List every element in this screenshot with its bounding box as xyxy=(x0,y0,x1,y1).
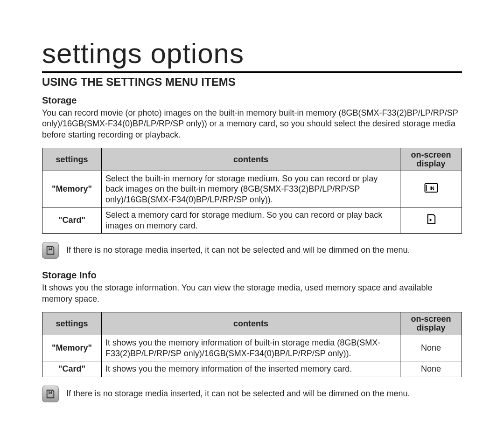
section-heading: USING THE SETTINGS MENU ITEMS xyxy=(42,71,462,89)
page-title: settings options xyxy=(42,37,462,69)
memory-in-icon: IN xyxy=(424,186,438,196)
storage-table: settings contents on-screen display "Mem… xyxy=(42,148,462,234)
setting-contents: It shows you the memory information of t… xyxy=(102,361,400,377)
storage-info-note: If there is no storage media inserted, i… xyxy=(42,386,462,402)
setting-contents: Select the built-in memory for storage m… xyxy=(102,171,400,207)
note-icon xyxy=(42,386,59,402)
setting-name: "Memory" xyxy=(42,171,102,207)
th-contents: contents xyxy=(102,312,400,335)
setting-contents: Select a memory card for storage medium.… xyxy=(102,207,400,234)
osd-cell xyxy=(400,207,462,234)
table-row: "Card" It shows you the memory informati… xyxy=(42,361,462,377)
storage-info-heading: Storage Info xyxy=(42,270,462,281)
svg-text:IN: IN xyxy=(429,186,434,191)
note-text: If there is no storage media inserted, i… xyxy=(66,242,410,255)
th-settings: settings xyxy=(42,312,102,335)
th-settings: settings xyxy=(42,148,102,171)
th-osd: on-screen display xyxy=(400,312,462,335)
table-row: "Memory" Select the built-in memory for … xyxy=(42,171,462,207)
setting-name: "Memory" xyxy=(42,335,102,361)
storage-heading: Storage xyxy=(42,95,462,106)
osd-text: None xyxy=(400,361,462,377)
storage-description: You can record movie (or photo) images o… xyxy=(42,108,462,140)
osd-cell: IN xyxy=(400,171,462,207)
table-row: "Card" Select a memory card for storage … xyxy=(42,207,462,234)
storage-note: If there is no storage media inserted, i… xyxy=(42,242,462,259)
setting-contents: It shows you the memory information of b… xyxy=(102,335,400,361)
th-osd: on-screen display xyxy=(400,148,462,171)
setting-name: "Card" xyxy=(42,361,102,377)
setting-name: "Card" xyxy=(42,207,102,234)
note-text: If there is no storage media inserted, i… xyxy=(66,386,410,399)
note-icon xyxy=(42,242,59,259)
osd-text: None xyxy=(400,335,462,361)
th-contents: contents xyxy=(102,148,400,171)
storage-info-description: It shows you the storage information. Yo… xyxy=(42,283,462,304)
storage-info-table: settings contents on-screen display "Mem… xyxy=(42,312,462,377)
sd-card-icon xyxy=(424,218,438,227)
table-row: "Memory" It shows you the memory informa… xyxy=(42,335,462,361)
